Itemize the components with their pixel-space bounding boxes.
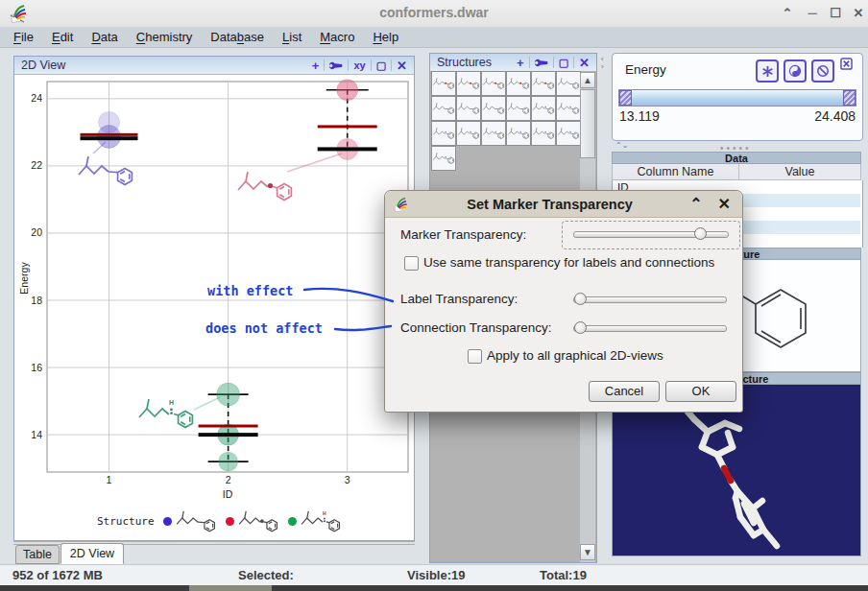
- taskbar-edge: [0, 585, 868, 591]
- tab-table[interactable]: Table: [15, 545, 60, 564]
- median-line: [318, 125, 377, 128]
- xy-axes-button[interactable]: xy: [353, 58, 365, 74]
- maximize-view-button[interactable]: ▢: [559, 55, 568, 71]
- molecule-sketch: [507, 76, 530, 91]
- menu-item-help[interactable]: Help: [373, 30, 398, 44]
- dialog-titlebar[interactable]: Set Marker Transparency ⌃ ✕: [385, 191, 742, 218]
- ok-button[interactable]: OK: [665, 381, 736, 402]
- wrench-icon[interactable]: [329, 60, 343, 71]
- close-view-button[interactable]: ✕: [579, 55, 590, 71]
- menu-item-edit[interactable]: Edit: [52, 30, 73, 44]
- dialog-close-button[interactable]: ✕: [718, 195, 731, 213]
- window-close-button[interactable]: ✕: [851, 7, 866, 20]
- same-transparency-checkbox[interactable]: [404, 256, 419, 271]
- structure-thumbnail[interactable]: [431, 121, 456, 146]
- range-slider-min-handle[interactable]: [619, 90, 632, 106]
- cancel-button[interactable]: Cancel: [589, 381, 660, 402]
- scatter-plot[interactable]: 242220181614123IDEnergyH: [14, 75, 414, 540]
- scatter-marker[interactable]: [337, 80, 358, 101]
- structure-thumbnail[interactable]: [531, 121, 556, 146]
- molecule-sketch: [507, 126, 530, 141]
- oxygen-atom: [470, 83, 471, 84]
- structure-thumbnail[interactable]: [431, 71, 456, 96]
- connection-transparency-slider[interactable]: [573, 325, 727, 332]
- slider-thumb[interactable]: [574, 293, 587, 305]
- marker-transparency-slider[interactable]: [573, 231, 729, 238]
- menu-item-file[interactable]: File: [13, 30, 34, 44]
- scroll-up-button[interactable]: ▲: [580, 72, 595, 88]
- structure-thumbnail[interactable]: [556, 71, 581, 96]
- total-count: Total:19: [540, 568, 587, 582]
- slider-thumb[interactable]: [694, 227, 707, 240]
- oxygen-atom: [544, 83, 546, 84]
- structure-thumbnail[interactable]: [506, 96, 531, 121]
- panel-2d-view-header: 2D View + xy ▢ ✕: [14, 57, 414, 75]
- add-view-button[interactable]: +: [312, 58, 320, 74]
- structure-thumbnail[interactable]: [456, 96, 481, 121]
- connection-transparency-label: Connection Transparency:: [400, 320, 552, 335]
- energy-range-slider[interactable]: [618, 89, 856, 106]
- legend-color-dot: [163, 517, 172, 526]
- svg-text:18: 18: [31, 295, 42, 306]
- close-filter-icon[interactable]: [840, 58, 853, 70]
- molecule-sketch: [432, 151, 455, 166]
- oxygen-atom: [494, 83, 496, 84]
- invert-filter-icon[interactable]: [784, 59, 807, 83]
- molecule-sketch: [557, 101, 580, 116]
- window-shade-button[interactable]: ⌃: [780, 7, 795, 20]
- splitter-arrows[interactable]: ‹›: [601, 56, 604, 71]
- maximize-view-button[interactable]: ▢: [376, 58, 386, 74]
- column-header-name[interactable]: Column Name: [613, 164, 739, 179]
- structure-thumbnail[interactable]: [556, 121, 581, 146]
- scatter-marker[interactable]: [217, 383, 240, 406]
- molecule-sketch: [532, 126, 555, 141]
- structure-thumbnail[interactable]: [531, 71, 556, 96]
- structure-thumbnail[interactable]: [456, 121, 481, 146]
- wrench-icon[interactable]: [535, 58, 548, 68]
- dialog-shade-button[interactable]: ⌃: [689, 195, 702, 213]
- mean-line: [318, 147, 377, 151]
- column-header-value[interactable]: Value: [739, 164, 860, 179]
- legend-color-dot: [288, 517, 297, 526]
- window-minimize-button[interactable]: ─: [805, 7, 820, 20]
- datawarrior-window: conformers.dwar ⌃ ─ ☐ ✕ FileEditDataChem…: [0, 0, 868, 591]
- svg-text:20: 20: [31, 226, 42, 238]
- molecule-sketch: [457, 126, 480, 141]
- window-maximize-button[interactable]: ☐: [828, 7, 843, 20]
- structure-thumbnail[interactable]: [481, 96, 506, 121]
- menu-item-list[interactable]: List: [282, 30, 301, 44]
- molecule-sketch: [432, 101, 455, 116]
- scroll-down-button[interactable]: ▼: [580, 544, 595, 560]
- menu-item-macro[interactable]: Macro: [320, 30, 354, 44]
- structure-thumbnail[interactable]: [481, 71, 506, 96]
- close-view-button[interactable]: ✕: [397, 58, 407, 74]
- label-transparency-slider[interactable]: [573, 296, 727, 303]
- structure-thumbnail[interactable]: [456, 71, 481, 96]
- molecule-sketch: [237, 508, 279, 535]
- menu-item-chemistry[interactable]: Chemistry: [136, 30, 193, 44]
- apply-all-views-checkbox[interactable]: [468, 349, 482, 364]
- structure-thumbnail[interactable]: [431, 96, 456, 121]
- structure-thumbnail[interactable]: [506, 71, 531, 96]
- menu-item-data[interactable]: Data: [91, 30, 117, 44]
- scatter-marker[interactable]: [219, 452, 238, 471]
- disable-filter-icon[interactable]: [811, 59, 834, 83]
- scrollbar-thumb[interactable]: [580, 89, 595, 158]
- energy-min-value: 13.119: [619, 108, 660, 124]
- svg-text:24: 24: [31, 92, 42, 104]
- legend-entry-1: [226, 508, 279, 535]
- structure-thumbnail[interactable]: [531, 96, 556, 121]
- slider-thumb[interactable]: [574, 321, 587, 334]
- filter-options-icon[interactable]: [756, 59, 779, 83]
- range-slider-max-handle[interactable]: [843, 90, 856, 106]
- structure-thumbnail[interactable]: [431, 146, 456, 171]
- splitter-collapse-arrows[interactable]: ⌃⌄: [615, 141, 628, 150]
- molecule-sketch: [457, 101, 480, 116]
- structure-thumbnail[interactable]: [556, 96, 581, 121]
- structure-thumbnail[interactable]: [481, 121, 506, 146]
- structure-thumbnail[interactable]: [506, 121, 531, 146]
- tab-2d-view[interactable]: 2D View: [60, 543, 124, 564]
- add-view-button[interactable]: +: [517, 55, 524, 71]
- median-line: [81, 133, 138, 136]
- menu-item-database[interactable]: Database: [210, 30, 264, 44]
